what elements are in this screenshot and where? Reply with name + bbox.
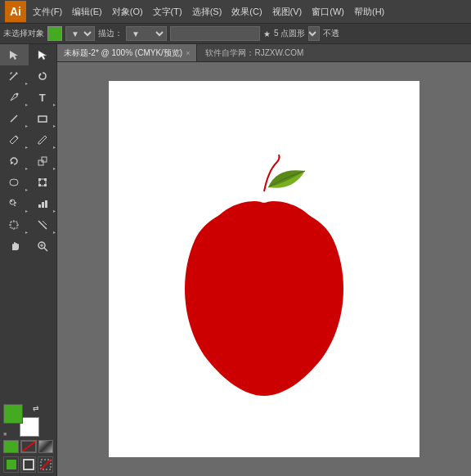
target-indicator[interactable]	[38, 456, 53, 473]
svg-rect-13	[42, 157, 47, 162]
svg-line-8	[11, 115, 17, 122]
selection-tool[interactable]	[0, 44, 29, 65]
svg-point-7	[16, 93, 19, 96]
svg-rect-17	[38, 184, 41, 186]
svg-rect-25	[45, 200, 47, 208]
direct-selection-tool[interactable]	[29, 44, 57, 65]
swap-colors-icon[interactable]: ⇄	[33, 404, 39, 412]
document-tab[interactable]: 未标题-2* @ 100% (CMYK/预览) ×	[57, 44, 197, 61]
svg-line-31	[38, 221, 47, 229]
pencil-tool[interactable]: ▸	[29, 129, 57, 150]
zoom-tool[interactable]	[29, 236, 57, 257]
svg-point-21	[14, 204, 16, 206]
extra-icons-row	[3, 456, 53, 473]
svg-rect-23	[38, 204, 41, 208]
fill-dropdown[interactable]: ▼	[65, 26, 95, 41]
menu-effect[interactable]: 效果(C)	[231, 6, 262, 18]
apple-illustration	[141, 114, 387, 424]
gradient-fill-btn[interactable]	[38, 440, 54, 453]
brush-tool[interactable]: ▸	[0, 129, 29, 150]
svg-point-22	[15, 202, 16, 204]
svg-point-20	[11, 200, 12, 202]
menu-file[interactable]: 文件(F)	[33, 6, 62, 18]
rotate-tool[interactable]: ▸	[0, 150, 29, 172]
type-tool[interactable]: T ▸	[29, 87, 57, 108]
tab-title: 未标题-2* @ 100% (CMYK/预览)	[64, 47, 182, 59]
star-icon: ★	[263, 29, 271, 38]
rect-tool[interactable]: ▸	[29, 108, 57, 129]
menu-window[interactable]: 窗口(W)	[312, 6, 344, 18]
canvas-content[interactable]	[57, 62, 471, 476]
toolbar: 未选择对象 ▼ 描边： ▼ ★ 5 点圆形 不透	[0, 23, 471, 44]
hand-tool[interactable]	[0, 236, 29, 257]
slice-tool[interactable]: ▸	[29, 214, 57, 236]
fill-indicator[interactable]	[3, 456, 19, 473]
color-area: ⇄ ■	[0, 399, 56, 476]
lasso-tool[interactable]	[29, 65, 57, 87]
symbol-spray-tool[interactable]: ▸	[0, 193, 29, 214]
color-fill-btn[interactable]	[3, 440, 19, 453]
svg-marker-11	[11, 161, 14, 164]
left-toolbar: ▸ ▸ T ▸ ▸ ▸	[0, 44, 57, 476]
menu-bar[interactable]: 文件(F) 编辑(E) 对象(O) 文字(T) 选择(S) 效果(C) 视图(V…	[33, 6, 384, 18]
svg-rect-39	[24, 460, 34, 469]
menu-object[interactable]: 对象(O)	[112, 6, 143, 18]
none-fill-btn[interactable]	[20, 440, 37, 453]
svg-rect-16	[44, 178, 47, 181]
svg-line-34	[44, 248, 47, 251]
artboard-tool[interactable]: ▸	[0, 214, 29, 236]
stroke-dropdown[interactable]: ▼	[126, 26, 167, 41]
stroke-label: 描边：	[98, 28, 123, 39]
svg-rect-24	[42, 202, 44, 208]
tab-close-btn[interactable]: ×	[186, 49, 190, 57]
svg-rect-12	[38, 160, 43, 165]
warp-tool[interactable]: ▸	[0, 172, 29, 193]
object-label: 未选择对象	[3, 28, 44, 39]
white-canvas	[109, 81, 419, 457]
pen-tool[interactable]: ▸	[0, 87, 29, 108]
tab-bar: 未标题-2* @ 100% (CMYK/预览) × 软件自学网：RJZXW.CO…	[57, 44, 471, 62]
line-tool[interactable]: ▸	[0, 108, 29, 129]
toolbar-input[interactable]	[170, 26, 260, 41]
menu-view[interactable]: 视图(V)	[272, 6, 303, 18]
svg-rect-38	[7, 460, 16, 469]
magic-wand-tool[interactable]: ▸	[0, 65, 29, 87]
svg-marker-1	[38, 51, 47, 60]
ai-logo: Ai	[5, 1, 26, 22]
stroke-indicator[interactable]	[20, 456, 36, 473]
title-bar: Ai 文件(F) 编辑(E) 对象(O) 文字(T) 选择(S) 效果(C) 视…	[0, 0, 471, 23]
point-label: 5 点圆形	[274, 28, 305, 39]
menu-help[interactable]: 帮助(H)	[354, 6, 384, 18]
menu-select[interactable]: 选择(S)	[192, 6, 222, 18]
svg-line-41	[40, 459, 52, 470]
svg-rect-9	[38, 116, 47, 122]
free-transform-tool[interactable]	[29, 172, 57, 193]
svg-line-37	[22, 442, 35, 451]
default-colors-icon[interactable]: ■	[3, 431, 7, 437]
site-label: 软件自学网：RJZXW.COM	[197, 47, 312, 59]
color-mode-row	[3, 440, 53, 453]
svg-rect-26	[11, 222, 17, 228]
svg-point-19	[10, 200, 15, 204]
scale-tool[interactable]: ▸	[29, 150, 57, 172]
svg-line-2	[10, 74, 16, 80]
svg-line-10	[16, 136, 18, 138]
svg-rect-18	[44, 184, 47, 186]
svg-line-32	[43, 221, 47, 225]
svg-marker-0	[10, 51, 18, 60]
canvas-area: 未标题-2* @ 100% (CMYK/预览) × 软件自学网：RJZXW.CO…	[57, 44, 471, 476]
point-dropdown[interactable]	[308, 26, 320, 41]
menu-edit[interactable]: 编辑(E)	[72, 6, 102, 18]
column-graph-tool[interactable]: ▸	[29, 193, 57, 214]
menu-type[interactable]: 文字(T)	[153, 6, 182, 18]
main-area: ▸ ▸ T ▸ ▸ ▸	[0, 44, 471, 476]
svg-rect-15	[38, 178, 41, 181]
fill-color[interactable]	[47, 26, 62, 41]
mode-label: 不透	[323, 28, 339, 39]
foreground-color-swatch[interactable]	[3, 404, 23, 424]
